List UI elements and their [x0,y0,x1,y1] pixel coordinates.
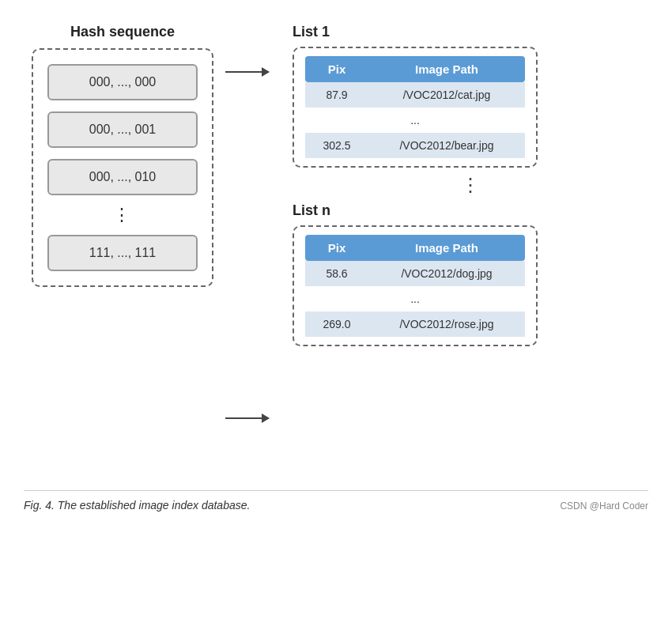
listn-row0-path: /VOC2012/dog.jpg [368,261,525,286]
hash-vertical-dots: ⋮ [113,206,132,224]
listn-table-outer: Pix Image Path 58.6 /VOC2012/dog.jpg ... [293,225,538,346]
listn-header-path: Image Path [368,235,525,261]
hash-outer-box: 000, ..., 000 000, ..., 001 000, ..., 01… [32,48,213,287]
list1-block: List 1 Pix Image Path 87.9 /VOC2 [293,24,538,168]
listn-row1-pix: 269.0 [305,312,368,337]
arrow-top [225,71,289,73]
list1-table: Pix Image Path 87.9 /VOC2012/cat.jpg ... [305,56,525,158]
list1-row1-pix: 302.5 [305,133,368,158]
list1-row0-path: /VOC2012/cat.jpg [368,82,525,108]
watermark: CSDN @Hard Coder [560,500,648,512]
arrow-line-1 [225,71,269,73]
caption-area: Fig. 4. The established image index data… [24,490,648,515]
list1-header-pix: Pix [305,56,368,82]
diagram-row: Hash sequence 000, ..., 000 000, ..., 00… [24,24,648,482]
listn-row1-path: /VOC2012/rose.jpg [368,312,525,337]
list1-table-outer: Pix Image Path 87.9 /VOC2012/cat.jpg ... [293,47,538,168]
arrows-column [221,24,293,482]
hash-item-3: 111, ..., 111 [47,235,198,271]
hash-sequence-title: Hash sequence [70,24,175,40]
listn-row-1: 269.0 /VOC2012/rose.jpg [305,312,525,337]
lists-column: List 1 Pix Image Path 87.9 /VOC2 [293,24,648,346]
list1-row1-path: /VOC2012/bear.jpg [368,133,525,158]
list1-title: List 1 [293,24,330,40]
list1-header-path: Image Path [368,56,525,82]
list1-row-0: 87.9 /VOC2012/cat.jpg [305,82,525,108]
arrow-bottom [225,417,289,419]
list1-dots: ... [305,108,525,133]
list1-dots-row: ... [305,108,525,133]
arrow-line-2 [225,417,269,419]
listn-dots: ... [305,286,525,312]
hash-item-1: 000, ..., 001 [47,111,198,148]
listn-header-pix: Pix [305,235,368,261]
listn-block: List n Pix Image Path 58.6 /VOC2 [293,202,538,346]
main-container: Hash sequence 000, ..., 000 000, ..., 00… [0,0,672,623]
listn-title: List n [293,202,330,219]
listn-row0-pix: 58.6 [305,261,368,286]
list1-row0-pix: 87.9 [305,82,368,108]
caption-text: Fig. 4. The established image index data… [24,499,250,512]
listn-table: Pix Image Path 58.6 /VOC2012/dog.jpg ... [305,235,525,337]
listn-dots-row: ... [305,286,525,312]
hash-sequence-section: Hash sequence 000, ..., 000 000, ..., 00… [24,24,221,287]
vdots-between-lists: ⋮ [293,168,648,202]
hash-item-2: 000, ..., 010 [47,159,198,195]
listn-row-0: 58.6 /VOC2012/dog.jpg [305,261,525,286]
hash-item-0: 000, ..., 000 [47,64,198,100]
list1-row-1: 302.5 /VOC2012/bear.jpg [305,133,525,158]
